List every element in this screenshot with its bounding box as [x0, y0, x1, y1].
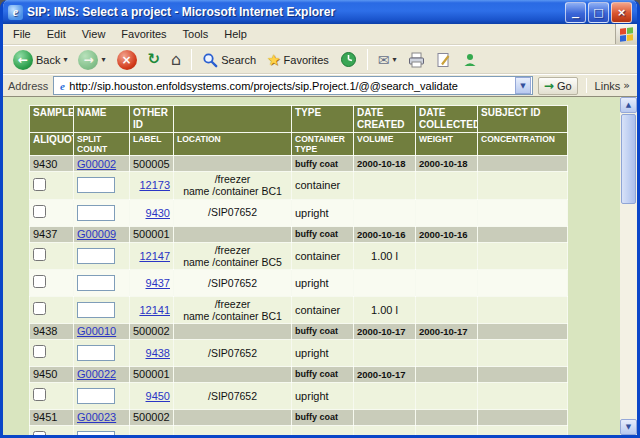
toolbar-separator: [367, 49, 368, 70]
split-count-input[interactable]: [77, 388, 115, 404]
concentration-value: [478, 199, 568, 226]
history-button[interactable]: [336, 49, 361, 70]
container-type-value: container: [292, 242, 354, 269]
messenger-button[interactable]: [458, 50, 482, 70]
menu-help[interactable]: Help: [216, 24, 255, 44]
sample-label: 500002: [130, 409, 174, 425]
aliquot-label-link[interactable]: 12173: [139, 179, 170, 191]
mail-button[interactable]: ✉ ▾: [374, 50, 401, 70]
back-button[interactable]: ← Back ▾: [9, 48, 71, 72]
scroll-up-icon[interactable]: ▲: [620, 97, 637, 113]
aliquot-location: /SIP07652: [174, 425, 292, 435]
home-button[interactable]: ⌂: [167, 50, 185, 69]
aliquot-label-link[interactable]: 12147: [139, 250, 170, 262]
print-button[interactable]: [404, 50, 429, 70]
aliquot-checkbox[interactable]: [33, 205, 46, 218]
split-count-cell: [74, 425, 130, 435]
back-icon: ←: [13, 50, 33, 70]
sample-row: 9451 G00023 500002 buffy coat: [30, 409, 568, 425]
forward-button[interactable]: → ▾: [74, 48, 109, 72]
sample-name-link[interactable]: G00023: [77, 411, 116, 423]
mail-dropdown-icon[interactable]: ▾: [393, 55, 397, 64]
minimize-button[interactable]: —: [565, 2, 586, 23]
menu-favorites[interactable]: Favorites: [113, 24, 174, 44]
sample-location: [174, 323, 292, 339]
split-count-input[interactable]: [77, 345, 115, 361]
go-button[interactable]: → Go: [538, 77, 578, 95]
aliquot-checkbox[interactable]: [33, 431, 46, 435]
sample-type: buffy coat: [292, 366, 354, 382]
aliquot-checkbox[interactable]: [33, 178, 46, 191]
sample-location: [174, 226, 292, 242]
aliquot-label-link[interactable]: 9438: [146, 347, 170, 359]
aliquot-label-link[interactable]: 12141: [139, 304, 170, 316]
address-input[interactable]: [69, 78, 514, 93]
aliquot-label-link[interactable]: 9437: [146, 277, 170, 289]
sample-label: 500001: [130, 366, 174, 382]
sample-location: [174, 156, 292, 172]
edit-button[interactable]: [432, 50, 455, 70]
scrollbar-track[interactable]: [620, 205, 637, 419]
maximize-icon: □: [593, 6, 603, 19]
search-button[interactable]: Search: [198, 50, 260, 70]
stop-button[interactable]: ×: [113, 48, 141, 72]
forward-dropdown-icon[interactable]: ▾: [101, 55, 105, 64]
date-collected-value: 2000-10-18: [416, 156, 478, 172]
back-dropdown-icon[interactable]: ▾: [63, 55, 67, 64]
sample-type: buffy coat: [292, 156, 354, 172]
date-collected-value: [416, 366, 478, 382]
sample-name-link[interactable]: G00022: [77, 368, 116, 380]
windows-logo-icon: [615, 24, 637, 44]
sample-name-link[interactable]: G00010: [77, 325, 116, 337]
links-button[interactable]: Links »: [595, 79, 632, 92]
sample-name-cell: G00023: [74, 409, 130, 425]
menu-tools[interactable]: Tools: [175, 24, 217, 44]
scroll-down-icon[interactable]: ▼: [620, 419, 637, 435]
aliquot-checkbox[interactable]: [33, 345, 46, 358]
vertical-scrollbar[interactable]: ▲ ▼: [620, 97, 637, 435]
links-label: Links: [595, 80, 621, 92]
refresh-icon: ↻: [148, 52, 161, 67]
sample-type: buffy coat: [292, 409, 354, 425]
container-type-value: container: [292, 172, 354, 199]
header-date-collected: DATE COLLECTED: [416, 106, 478, 133]
aliquot-checkbox-cell: [30, 425, 74, 435]
menu-edit[interactable]: Edit: [39, 24, 74, 44]
search-icon: [202, 52, 218, 68]
split-count-input[interactable]: [77, 431, 115, 435]
window-titlebar[interactable]: e SIP: IMS: Select a project - Microsoft…: [3, 0, 637, 24]
refresh-button[interactable]: ↻: [144, 50, 165, 69]
split-count-input[interactable]: [77, 248, 115, 264]
maximize-button[interactable]: □: [588, 2, 609, 23]
aliquot-checkbox[interactable]: [33, 248, 46, 261]
favorites-button[interactable]: ★ Favorites: [263, 49, 333, 71]
aliquot-label-link[interactable]: 9430: [146, 207, 170, 219]
aliquot-checkbox[interactable]: [33, 275, 46, 288]
aliquot-label-link[interactable]: 9450: [146, 390, 170, 402]
close-button[interactable]: ×: [611, 2, 632, 23]
print-icon: [408, 52, 425, 68]
aliquot-location: /SIP07652: [174, 199, 292, 226]
sample-name-link[interactable]: G00002: [77, 158, 116, 170]
sample-name-link[interactable]: G00009: [77, 228, 116, 240]
split-count-input[interactable]: [77, 177, 115, 193]
messenger-icon: [462, 52, 478, 68]
sample-id: 9437: [30, 226, 74, 242]
aliquot-checkbox-cell: [30, 382, 74, 409]
sample-location: [174, 366, 292, 382]
aliquot-label-cell: 9430: [130, 199, 174, 226]
scrollbar-thumb[interactable]: [621, 114, 636, 204]
split-count-input[interactable]: [77, 302, 115, 318]
aliquot-checkbox[interactable]: [33, 388, 46, 401]
split-count-input[interactable]: [77, 205, 115, 221]
back-label: Back: [36, 54, 60, 66]
concentration-value: [478, 172, 568, 199]
menu-file[interactable]: File: [5, 24, 39, 44]
volume-value: [354, 199, 416, 226]
address-dropdown-icon[interactable]: ▼: [515, 77, 531, 94]
aliquot-label-link[interactable]: 9451: [146, 433, 170, 435]
aliquot-checkbox[interactable]: [33, 302, 46, 315]
split-count-input[interactable]: [77, 275, 115, 291]
menu-view[interactable]: View: [74, 24, 114, 44]
mail-icon: ✉: [378, 52, 390, 68]
